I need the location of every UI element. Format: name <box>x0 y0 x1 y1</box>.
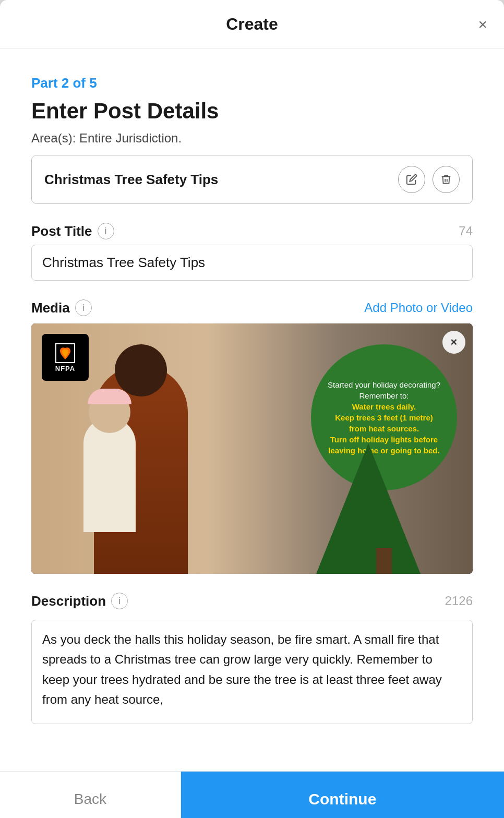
edit-template-button[interactable] <box>398 166 425 193</box>
media-container: NFPA Started your holiday decorating? Re… <box>31 323 473 574</box>
post-title-input[interactable] <box>31 245 473 281</box>
add-media-link[interactable]: Add Photo or Video <box>364 300 473 315</box>
description-label-group: Description i <box>31 593 128 609</box>
description-section: Description i 2126 As you deck the halls… <box>31 593 473 726</box>
description-textarea[interactable]: As you deck the halls this holiday seaso… <box>31 620 473 724</box>
description-char-count: 2126 <box>445 594 473 608</box>
modal-header: Create × <box>0 0 504 49</box>
media-section: Media i Add Photo or Video <box>31 299 473 574</box>
adult-head <box>115 344 167 396</box>
modal-footer: Back Continue <box>0 771 504 818</box>
tree-shape <box>316 443 421 574</box>
post-title-header: Post Title i 74 <box>31 223 473 239</box>
back-button[interactable]: Back <box>0 772 181 818</box>
template-name: Christmas Tree Safety Tips <box>44 172 391 188</box>
delete-template-button[interactable] <box>433 166 460 193</box>
post-title-info-icon[interactable]: i <box>98 223 114 239</box>
template-row: Christmas Tree Safety Tips <box>31 155 473 204</box>
close-button[interactable]: × <box>478 17 487 32</box>
media-info-icon[interactable]: i <box>75 299 92 316</box>
part-label: Part 2 of 5 <box>31 75 473 91</box>
edit-icon <box>406 174 417 185</box>
create-modal: Create × Part 2 of 5 Enter Post Details … <box>0 0 504 818</box>
areas-label: Area(s): Entire Jurisdiction. <box>31 131 473 146</box>
scene-figures <box>31 323 473 574</box>
media-label-group: Media i <box>31 299 92 316</box>
media-close-icon: × <box>451 335 458 349</box>
media-image: NFPA Started your holiday decorating? Re… <box>31 323 473 574</box>
post-title-char-count: 74 <box>459 224 473 238</box>
child-body <box>83 417 136 532</box>
post-title-label: Post Title <box>31 223 92 239</box>
description-label: Description <box>31 593 106 609</box>
modal-body: Part 2 of 5 Enter Post Details Area(s): … <box>0 49 504 771</box>
modal-title: Create <box>226 15 278 34</box>
trash-icon <box>440 174 452 185</box>
tree-trunk <box>376 548 392 574</box>
description-header: Description i 2126 <box>31 593 473 609</box>
continue-button[interactable]: Continue <box>181 772 504 818</box>
description-info-icon[interactable]: i <box>111 593 128 609</box>
section-heading: Enter Post Details <box>31 99 473 124</box>
media-label: Media <box>31 300 70 316</box>
media-close-button[interactable]: × <box>442 331 465 354</box>
media-header: Media i Add Photo or Video <box>31 299 473 316</box>
post-title-label-group: Post Title i <box>31 223 114 239</box>
